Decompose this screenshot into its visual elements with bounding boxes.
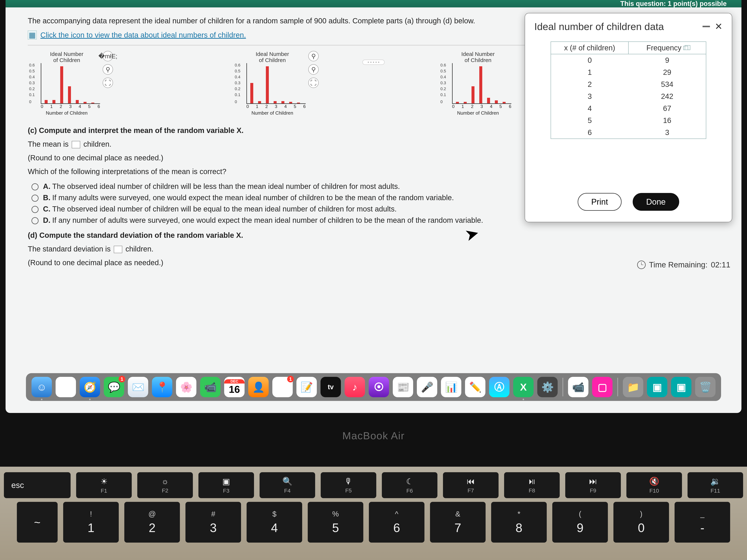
key-8[interactable]: *8 xyxy=(491,502,547,542)
calendar-icon[interactable]: DEC 16 xyxy=(224,377,244,397)
view-data-link[interactable]: Click the icon to view the data about id… xyxy=(41,31,246,39)
appletv-icon[interactable]: tv xyxy=(320,377,341,397)
done-button[interactable]: Done xyxy=(633,193,679,211)
key-minus[interactable]: _- xyxy=(674,502,730,542)
zoom-in-icon[interactable]: �młE; xyxy=(103,51,113,61)
facetime-icon[interactable]: 📹 xyxy=(200,377,221,397)
safari-icon[interactable]: 🧭 xyxy=(80,377,100,397)
recent-app-icon[interactable]: ▣ xyxy=(671,377,691,397)
radio-b[interactable] xyxy=(31,195,38,202)
zoom-icon[interactable]: 📹 xyxy=(568,377,588,397)
time-remaining: Time Remaining: 02:11 xyxy=(637,260,730,269)
key-6[interactable]: ^6 xyxy=(369,502,424,542)
chart-option-1[interactable]: Ideal Numberof Children Probability 0.6 … xyxy=(33,51,113,116)
trash-icon[interactable]: 🗑️ xyxy=(695,377,716,397)
key-esc[interactable]: esc xyxy=(4,472,71,498)
launchpad-icon[interactable]: ▦ xyxy=(56,377,76,397)
print-button[interactable]: Print xyxy=(578,193,621,211)
key-f5[interactable]: 🎙F5 xyxy=(321,472,376,498)
key-f10[interactable]: 🔇F10 xyxy=(626,472,682,498)
maps-icon[interactable]: 📍 xyxy=(152,377,172,397)
podcasts-icon[interactable]: ⦿ xyxy=(369,377,389,397)
settings-icon[interactable]: ⚙️ xyxy=(537,377,558,397)
table-row: 516 xyxy=(551,114,706,127)
drag-handle[interactable] xyxy=(362,60,385,65)
part-d-label: (d) Compute the standard deviation of th… xyxy=(28,231,243,239)
pages-icon[interactable]: ✏️ xyxy=(465,377,485,397)
key-f1[interactable]: ☀F1 xyxy=(76,472,132,498)
mean-post-text: children. xyxy=(83,140,111,148)
zoom-out-icon[interactable]: ⚲ xyxy=(308,64,319,75)
browser-window: This question: 1 point(s) possible The a… xyxy=(5,0,742,413)
key-f4[interactable]: 🔍F4 xyxy=(260,472,315,498)
key-7[interactable]: &7 xyxy=(430,502,486,542)
key-f2[interactable]: ☼F2 xyxy=(137,472,193,498)
messages-icon[interactable]: 💬1 xyxy=(104,377,124,397)
table-row: 63 xyxy=(551,127,706,138)
music-icon[interactable]: ♪ xyxy=(344,377,365,397)
contacts-icon[interactable]: 👤 xyxy=(248,377,268,397)
popup-title: Ideal number of children data xyxy=(534,21,698,32)
popout-icon[interactable]: ⛶ xyxy=(308,78,319,88)
table-icon[interactable]: ▦ xyxy=(28,31,37,39)
key-9[interactable]: (9 xyxy=(552,502,608,542)
chart-title: Ideal Numberof Children xyxy=(445,51,511,63)
key-tilde[interactable]: ~ xyxy=(17,502,58,542)
close-button[interactable]: ✕ xyxy=(715,21,723,32)
key-f7[interactable]: ⏮F7 xyxy=(443,472,498,498)
finder-icon[interactable]: ☺ xyxy=(31,377,52,397)
downloads-icon[interactable]: 📁 xyxy=(623,377,643,397)
key-f8[interactable]: ⏯F8 xyxy=(504,472,560,498)
mean-pre-text: The mean is xyxy=(28,140,69,148)
chart-axes: 0.6 0.5 0.4 0.3 0.2 0.1 0 xyxy=(247,63,306,104)
mean-input[interactable] xyxy=(72,141,80,148)
minimize-button[interactable] xyxy=(702,26,710,27)
excel-icon[interactable]: X xyxy=(513,377,534,397)
popout-icon[interactable]: ⛶ xyxy=(103,78,113,88)
key-f9[interactable]: ⏭F9 xyxy=(565,472,621,498)
sd-pre-text: The standard deviation is xyxy=(28,245,111,253)
radio-c[interactable] xyxy=(31,206,38,213)
reminders-icon[interactable]: ☰1 xyxy=(272,377,293,397)
key-0[interactable]: )0 xyxy=(613,502,669,542)
radio-a[interactable] xyxy=(31,183,38,190)
appstore-icon[interactable]: Ⓐ xyxy=(489,377,510,397)
recent-app-icon[interactable]: ▣ xyxy=(647,377,667,397)
chart-option-3[interactable]: Ideal Numberof Children Probability 0.6 … xyxy=(445,51,511,116)
news-icon[interactable]: 📰 xyxy=(393,377,413,397)
mouse-cursor-icon: ➤ xyxy=(463,222,481,245)
mail-icon[interactable]: ✉️ xyxy=(128,377,148,397)
time-value: 02:11 xyxy=(711,260,730,269)
keynote-icon[interactable]: 🎤 xyxy=(417,377,437,397)
points-possible-label: This question: 1 point(s) possible xyxy=(620,0,727,7)
key-f6[interactable]: ☾F6 xyxy=(382,472,437,498)
table-row: 09 xyxy=(551,54,706,66)
zoom-out-icon[interactable]: ⚲ xyxy=(103,64,113,75)
key-2[interactable]: @2 xyxy=(124,502,180,542)
key-5[interactable]: %5 xyxy=(308,502,363,542)
dock-divider xyxy=(563,378,563,396)
macos-dock: ☺ ▦ 🧭 💬1 ✉️ 📍 🌸 📹 DEC 16 👤 ☰1 📝 tv ♪ ⦿ 📰… xyxy=(26,373,721,401)
key-4[interactable]: $4 xyxy=(247,502,302,542)
zoom-in-icon[interactable]: ⚲ xyxy=(308,51,319,61)
key-f3[interactable]: ▣F3 xyxy=(199,472,254,498)
key-3[interactable]: #3 xyxy=(185,502,241,542)
sd-input[interactable] xyxy=(114,246,122,253)
col-freq-label: Frequency xyxy=(646,44,681,52)
key-f11[interactable]: 🔉F11 xyxy=(688,472,743,498)
chart-option-2[interactable]: Ideal Numberof Children Probability 0.6 … xyxy=(239,51,319,116)
copy-icon[interactable] xyxy=(683,46,688,50)
clock-icon xyxy=(637,261,646,269)
choice-d-text: If any number of adults were surveyed, o… xyxy=(52,216,483,224)
key-1[interactable]: !1 xyxy=(63,502,119,542)
macbook-label: MacBook Air xyxy=(342,430,405,442)
frequency-table: x (# of children) Frequency 09 129 2534 … xyxy=(550,42,706,139)
table-row: 467 xyxy=(551,102,706,114)
app-icon[interactable]: ▢ xyxy=(592,377,613,397)
x-axis-label: Number of Children xyxy=(33,110,100,116)
chart-title: Ideal Numberof Children xyxy=(33,51,100,63)
radio-d[interactable] xyxy=(31,217,38,224)
photos-icon[interactable]: 🌸 xyxy=(176,377,197,397)
notes-icon[interactable]: 📝 xyxy=(297,377,317,397)
numbers-icon[interactable]: 📊 xyxy=(441,377,461,397)
